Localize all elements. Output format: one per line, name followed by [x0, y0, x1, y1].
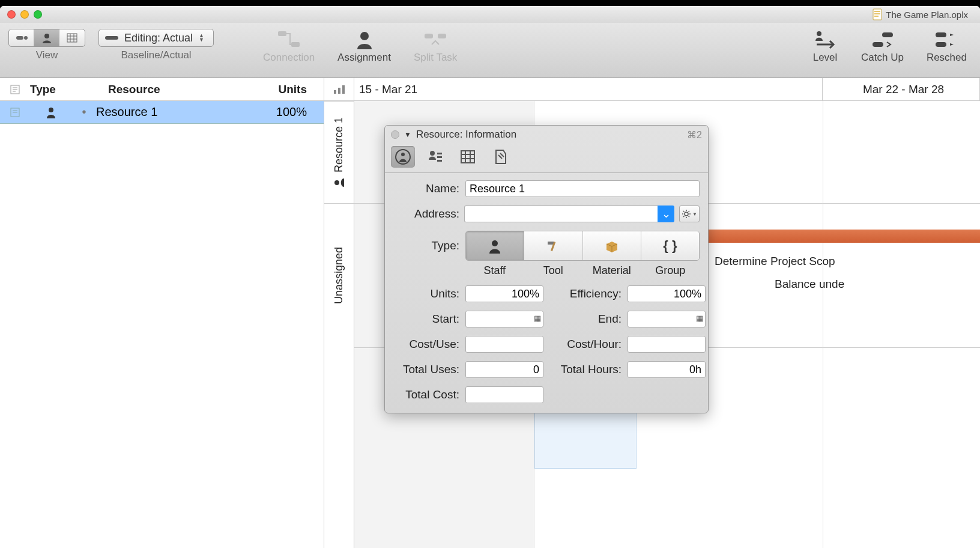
- tab-info-icon[interactable]: [391, 146, 415, 168]
- cost-hour-input[interactable]: [628, 336, 706, 353]
- view-calendar-icon[interactable]: [59, 29, 85, 46]
- total-hours-input[interactable]: [628, 361, 706, 378]
- end-input[interactable]: [628, 311, 706, 327]
- total-cost-input[interactable]: [465, 386, 543, 403]
- staff-icon: [487, 238, 503, 254]
- svg-rect-17: [438, 34, 446, 38]
- task-label: Determine Project Scop: [715, 255, 835, 268]
- svg-line-55: [689, 211, 690, 212]
- type-group-button[interactable]: { }: [641, 231, 699, 260]
- tab-custom-data-icon[interactable]: [488, 146, 512, 168]
- view-resource-icon[interactable]: [34, 29, 59, 46]
- split-task-icon: [422, 29, 449, 50]
- timeline-header: 15 - Mar 21 Mar 22 - Mar 28: [324, 78, 980, 101]
- bullet-icon: •: [72, 105, 96, 119]
- total-hours-label: Total Hours:: [549, 363, 622, 376]
- numeric-grid: Units: Efficiency: Start: ▦ End: ▦ Cost/…: [393, 285, 700, 378]
- close-window[interactable]: [7, 10, 16, 19]
- efficiency-input[interactable]: [628, 285, 706, 302]
- level-label: Level: [813, 52, 838, 64]
- svg-rect-14: [291, 42, 300, 47]
- svg-line-54: [683, 216, 685, 218]
- svg-rect-42: [461, 151, 474, 163]
- view-task-icon[interactable]: [9, 29, 34, 46]
- catch-up-label: Catch Up: [861, 52, 904, 64]
- calendar-icon[interactable]: ▦: [534, 314, 541, 323]
- close-icon[interactable]: [391, 130, 399, 139]
- total-cost-label: Total Cost:: [393, 388, 459, 401]
- app-window: The Game Plan.oplx View Editing: Actual …: [0, 6, 980, 548]
- connection-icon: [276, 29, 302, 50]
- week-header-2[interactable]: Mar 22 - Mar 28: [823, 78, 980, 100]
- window-controls: [7, 10, 42, 19]
- cost-use-label: Cost/Use:: [393, 338, 459, 351]
- svg-rect-13: [278, 31, 286, 36]
- column-header-units[interactable]: Units: [240, 83, 324, 96]
- swimlane-label-text: Unassigned: [333, 247, 345, 304]
- zoom-window[interactable]: [34, 10, 42, 19]
- address-gear-button[interactable]: ▼: [679, 206, 700, 222]
- tab-schedule-icon[interactable]: [456, 146, 480, 168]
- svg-point-5: [24, 36, 28, 40]
- week-header-2-text: Mar 22 - Mar 28: [863, 83, 944, 96]
- split-task-button[interactable]: Split Task: [409, 29, 462, 64]
- column-header-notes-icon[interactable]: [0, 84, 30, 95]
- resource-row[interactable]: • Resource 1 100%: [0, 101, 324, 124]
- svg-rect-34: [342, 85, 345, 94]
- view-segmented[interactable]: [8, 29, 85, 47]
- swimlane-labels: Resource 1 Unassigned: [324, 101, 354, 548]
- type-staff-button[interactable]: [466, 231, 524, 260]
- inspector-titlebar[interactable]: ▼ Resource: Information ⌘2: [385, 126, 708, 144]
- chevron-down-icon: ⌄: [662, 207, 671, 221]
- name-row: Name:: [393, 180, 700, 197]
- units-input[interactable]: [465, 285, 543, 302]
- start-label: Start:: [393, 312, 459, 326]
- resource-units-cell[interactable]: 100%: [240, 105, 324, 119]
- assignment-button[interactable]: Assignment: [333, 29, 396, 64]
- swimlane-unassigned[interactable]: Unassigned: [324, 203, 354, 347]
- document-title: The Game Plan.oplx: [873, 8, 968, 20]
- chevron-down-icon: ▼: [692, 212, 697, 217]
- catch-up-icon: [869, 29, 895, 50]
- calendar-icon[interactable]: ▦: [696, 314, 703, 323]
- column-header-resource[interactable]: Resource: [108, 83, 240, 96]
- svg-rect-4: [16, 36, 23, 40]
- column-header-type[interactable]: Type: [30, 83, 108, 96]
- reschedule-button[interactable]: Resched: [922, 29, 972, 64]
- chevron-up-down-icon: ▲▼: [199, 34, 207, 42]
- address-dropdown-button[interactable]: ⌄: [658, 206, 674, 222]
- name-input[interactable]: [465, 180, 700, 197]
- disclosure-triangle-icon[interactable]: ▼: [404, 130, 411, 139]
- catch-up-button[interactable]: Catch Up: [856, 29, 909, 64]
- inspector-tabs: [385, 144, 708, 173]
- total-uses-input[interactable]: [465, 361, 543, 378]
- efficiency-label: Efficiency:: [549, 287, 622, 300]
- svg-rect-16: [425, 34, 433, 38]
- start-input[interactable]: [465, 311, 543, 327]
- level-button[interactable]: Level: [807, 29, 843, 64]
- minimize-window[interactable]: [20, 10, 29, 19]
- cost-use-input[interactable]: [465, 336, 543, 353]
- tab-assignments-icon[interactable]: [423, 146, 447, 168]
- editing-mode-select[interactable]: Editing: Actual ▲▼: [98, 29, 214, 47]
- type-group-label: Group: [641, 264, 700, 277]
- svg-rect-33: [338, 88, 340, 94]
- type-material-button[interactable]: [583, 231, 641, 260]
- address-input[interactable]: [464, 206, 658, 222]
- timeline-bars-icon[interactable]: [324, 78, 354, 100]
- reschedule-label: Resched: [927, 52, 967, 64]
- baseline-bar-icon: [105, 35, 118, 41]
- view-group: View: [8, 29, 85, 61]
- type-segmented: { }: [465, 231, 700, 261]
- svg-line-52: [683, 211, 685, 212]
- svg-point-37: [401, 153, 405, 156]
- baseline-group: Editing: Actual ▲▼ Baseline/Actual: [98, 29, 214, 61]
- type-tool-button[interactable]: [524, 231, 582, 260]
- gear-icon: [682, 209, 691, 219]
- swimlane-resource-1[interactable]: Resource 1: [324, 101, 354, 203]
- connection-button[interactable]: Connection: [258, 29, 319, 64]
- inspector-shortcut: ⌘2: [687, 129, 702, 141]
- row-notes-icon[interactable]: [0, 107, 30, 118]
- resource-name-cell[interactable]: Resource 1: [96, 105, 240, 119]
- week-header-1[interactable]: 15 - Mar 21: [354, 78, 823, 100]
